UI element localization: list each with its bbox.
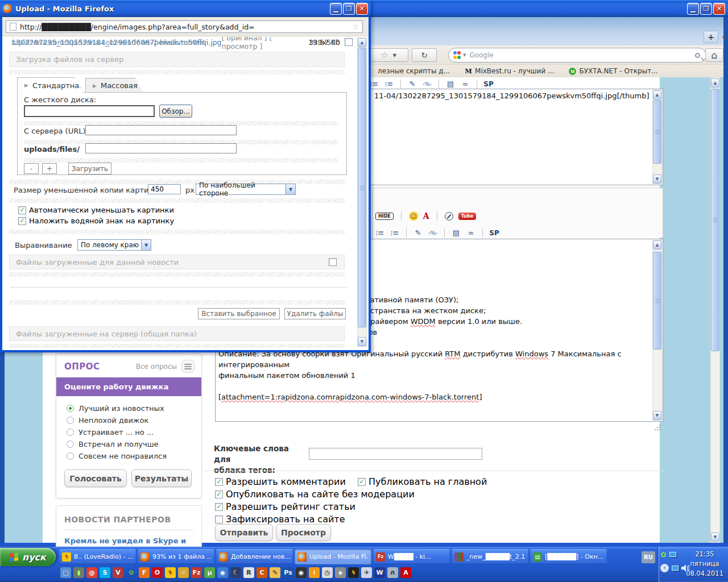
chevron-down-icon[interactable]: ▼: [141, 240, 151, 250]
checkbox[interactable]: ✓: [18, 206, 26, 214]
quick-launch-icon[interactable]: ϟ: [165, 567, 176, 578]
code-icon[interactable]: ‹%›: [421, 78, 433, 89]
taskbar-window-button[interactable]: _new_█████t_2.1...: [452, 549, 528, 564]
poll-option[interactable]: Неплохой движок: [67, 416, 201, 425]
quick-launch-icon[interactable]: F: [139, 567, 150, 578]
quick-launch-icon[interactable]: O: [152, 567, 163, 578]
poll-option[interactable]: Встречал и получше: [67, 440, 201, 448]
checkbox[interactable]: ✓: [358, 478, 366, 486]
close-button[interactable]: ✕: [713, 3, 725, 15]
radio-button[interactable]: [67, 429, 74, 436]
uploads-filename-input[interactable]: [85, 143, 237, 153]
radio-button[interactable]: [67, 440, 74, 448]
quick-launch-icon[interactable]: ☾: [230, 567, 241, 578]
quick-launch-icon[interactable]: ✿: [126, 567, 136, 578]
checkbox[interactable]: ✓: [18, 217, 26, 225]
ordered-list-icon[interactable]: ⁝≡: [389, 227, 400, 238]
poll-menu-icon[interactable]: [181, 360, 195, 373]
preview-button[interactable]: Просмотр: [276, 524, 331, 541]
upload-submit-button[interactable]: Загрузить: [68, 163, 111, 174]
quick-launch-icon[interactable]: ∩: [387, 567, 398, 578]
keywords-input[interactable]: [309, 448, 482, 460]
tab-list-dropdown-icon[interactable]: ▼: [722, 35, 726, 41]
quick-launch-icon[interactable]: ▮: [73, 567, 84, 578]
scroll-thumb[interactable]: [653, 252, 661, 350]
quick-launch-icon[interactable]: C: [257, 567, 267, 578]
remove-field-button[interactable]: -: [24, 163, 39, 174]
chevron-down-icon[interactable]: ▼: [286, 184, 295, 194]
quick-launch-icon[interactable]: ▢: [60, 567, 71, 578]
upload-scrollbar[interactable]: ▲ ▼: [357, 38, 367, 347]
checkbox-row[interactable]: ✓ Публиковать на главной: [358, 476, 487, 487]
compass-icon[interactable]: [445, 212, 453, 221]
language-indicator[interactable]: RU: [642, 551, 655, 563]
taskbar-window-button[interactable]: Добавление нов...: [216, 549, 293, 564]
delete-files-button[interactable]: Удалить файлы: [284, 308, 346, 319]
checkbox-row[interactable]: Зафиксировать на сайте: [215, 514, 533, 525]
smiley-icon[interactable]: ☺: [409, 211, 418, 221]
new-tab-button[interactable]: +: [704, 31, 718, 43]
quick-launch-icon[interactable]: @: [86, 567, 97, 578]
search-input[interactable]: Google: [469, 51, 695, 59]
quick-launch-icon[interactable]: ◉: [217, 567, 228, 578]
browse-button[interactable]: Обзор...: [159, 105, 192, 118]
quick-launch-icon[interactable]: R: [243, 567, 254, 578]
quick-launch-icon[interactable]: ◈: [335, 567, 346, 578]
quick-launch-icon[interactable]: µ: [204, 567, 215, 578]
hide-tag-button[interactable]: HIDE: [375, 213, 394, 220]
poll-option[interactable]: Лучший из новостных: [67, 404, 201, 413]
scroll-thumb[interactable]: [711, 89, 719, 351]
checkbox[interactable]: ✓: [215, 490, 223, 498]
bookmark-item[interactable]: лезные скрипты д...: [367, 67, 450, 75]
quick-launch-icon[interactable]: ✈: [361, 567, 372, 578]
scroll-up-icon[interactable]: ▲: [653, 240, 661, 250]
page-scrollbar[interactable]: ▲ ▼: [710, 77, 720, 543]
checkbox[interactable]: [215, 516, 223, 523]
icq-tray-icon[interactable]: ✿: [660, 550, 667, 559]
bookmark-star-icon[interactable]: ☆: [351, 22, 359, 31]
quick-launch-icon[interactable]: ✎: [270, 567, 280, 578]
tray-collapse-icon[interactable]: ‹: [660, 564, 669, 572]
taskbar-window-button[interactable]: 93% из 1 файла ...: [138, 549, 214, 564]
minimize-button[interactable]: ▁: [330, 3, 342, 15]
quick-launch-icon[interactable]: i: [309, 567, 320, 578]
quick-launch-icon[interactable]: ϟ: [348, 567, 359, 578]
bookmark-item[interactable]: M MixBest.ru - лучший ...: [465, 67, 554, 75]
scroll-down-icon[interactable]: ▼: [653, 174, 661, 184]
radio-button[interactable]: [67, 417, 74, 424]
taskbar-window-button[interactable]: Fz W████ - ki...: [373, 549, 450, 564]
quick-launch-icon[interactable]: A: [400, 567, 411, 578]
sp-button[interactable]: SP: [489, 227, 500, 238]
bookmark-item[interactable]: u БУХТА.NET - Открыт...: [569, 67, 657, 75]
checkbox-row[interactable]: ✓ Разрешить рейтинг статьи: [215, 501, 533, 512]
insert-selected-button[interactable]: Вставить выбранное: [198, 308, 280, 319]
link-icon[interactable]: ∞: [460, 78, 471, 89]
quick-launch-icon[interactable]: S: [100, 567, 110, 578]
minimize-button[interactable]: ▁: [687, 3, 699, 15]
edit-icon[interactable]: ✎: [412, 227, 424, 238]
align-select[interactable]: По левому краю▼: [77, 239, 151, 251]
edit-icon[interactable]: ✎: [407, 78, 418, 89]
quick-launch-icon[interactable]: ◉: [296, 567, 307, 578]
scroll-down-icon[interactable]: ▼: [711, 533, 719, 542]
scroll-up-icon[interactable]: ▲: [711, 78, 719, 88]
submit-button[interactable]: Отправить: [215, 524, 273, 541]
maximize-button[interactable]: ❐: [700, 3, 712, 15]
font-color-icon[interactable]: A: [423, 211, 429, 221]
thumb-size-input[interactable]: 450: [148, 184, 181, 194]
quick-launch-icon[interactable]: Fz: [191, 567, 202, 578]
bookmark-star-button[interactable]: ☆▼: [369, 48, 408, 62]
watermark-checkbox-row[interactable]: ✓ Наложить водяной знак на картинку: [18, 217, 174, 225]
auto-resize-checkbox-row[interactable]: ✓ Автоматически уменьшать картинки: [18, 206, 174, 214]
search-box[interactable]: ▼ Google: [448, 48, 706, 63]
scroll-down-icon[interactable]: ▼: [653, 411, 661, 420]
file-link[interactable]: rapidzona.comrapidzona.com-windows-7-bla…: [11, 38, 205, 47]
pages-icon[interactable]: ▤: [445, 78, 456, 89]
taskbar-window-button[interactable]: Upload - Mozilla Fi...: [295, 549, 371, 564]
poll-results-button[interactable]: Результаты: [131, 469, 192, 487]
network-icon[interactable]: [669, 552, 676, 557]
home-button[interactable]: ⌂: [705, 48, 723, 62]
all-polls-link[interactable]: Все опросы: [136, 363, 177, 371]
sp-button[interactable]: SP: [483, 78, 494, 89]
upload-titlebar[interactable]: Upload - Mozilla Firefox ▁ ❐ ✕: [0, 0, 371, 17]
